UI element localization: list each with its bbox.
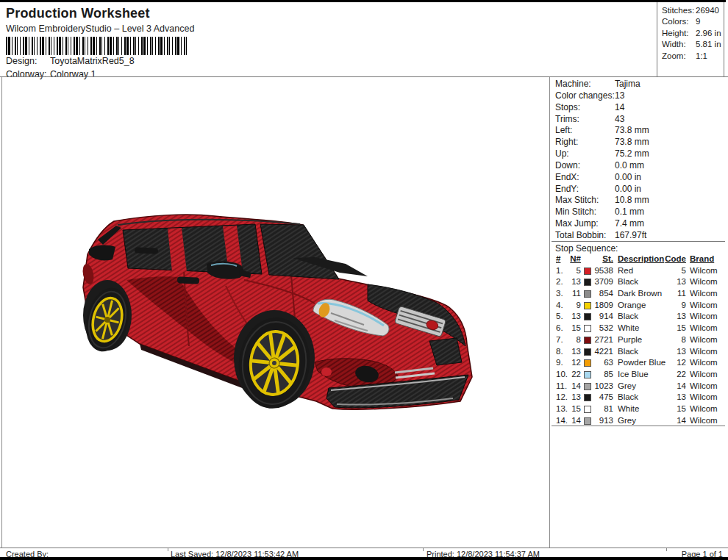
barcode [6, 37, 188, 55]
needle-number: 9 [568, 300, 581, 312]
row-number: 4. [556, 300, 563, 312]
row-number: 14. [556, 415, 568, 427]
stitch-count: 913 [593, 415, 613, 427]
machine-info-value: 13 [615, 90, 624, 102]
needle-number: 14 [568, 415, 581, 427]
machine-info-label: Color changes: [555, 90, 615, 102]
machine-info-value: 43 [615, 114, 624, 126]
machine-info-value: 0.00 in [615, 172, 641, 184]
col-header-brand: Brand [690, 254, 714, 265]
machine-info-row: Max Stitch: 10.8 mm [552, 195, 725, 207]
stitch-count: 854 [593, 288, 613, 300]
summary-row: Zoom: 1:1 [662, 51, 724, 62]
needle-number: 13 [568, 346, 581, 358]
thread-brand: Wilcom [690, 276, 718, 288]
thread-color-swatch [584, 417, 591, 425]
thread-brand: Wilcom [690, 311, 718, 323]
summary-row: Stitches: 26940 [662, 6, 724, 17]
col-header-code: Code [659, 254, 686, 265]
design-preview-canvas [1, 77, 550, 548]
summary-value: 2.96 in [696, 29, 721, 40]
thread-code: 14 [659, 415, 686, 427]
summary-value: 5.81 in [696, 40, 721, 51]
machine-info-label: Stops: [555, 102, 615, 114]
thread-description: Black [618, 311, 638, 323]
design-label: Design: [6, 56, 50, 66]
summary-label: Height: [662, 29, 696, 40]
row-number: 3. [556, 288, 563, 300]
thread-description: Dark Brown [618, 288, 662, 300]
needle-number: 13 [568, 276, 581, 288]
thread-description: Black [618, 276, 638, 288]
machine-info-label: Left: [555, 125, 615, 137]
page-title: Production Worksheet [6, 6, 150, 21]
header: Production Worksheet Wilcom EmbroiderySt… [0, 2, 657, 76]
machine-info-row: Min Stitch: 0.1 mm [552, 207, 725, 218]
thread-code: 13 [659, 346, 686, 358]
col-header-st: St. [593, 254, 613, 265]
stitch-count: 1023 [593, 381, 613, 392]
thread-brand: Wilcom [690, 381, 718, 392]
summary-row: Height: 2.96 in [662, 29, 724, 40]
thread-code: 8 [659, 334, 686, 346]
machine-info-value: 167.97ft [615, 230, 646, 242]
thread-code: 22 [659, 369, 686, 381]
machine-info-value: 73.8 mm [615, 125, 649, 137]
row-number: 5. [556, 311, 563, 323]
machine-info-value: 0.1 mm [615, 207, 644, 218]
machine-info-row: EndY: 0.00 in [552, 184, 725, 195]
row-number: 6. [556, 323, 563, 334]
door-handle [177, 276, 199, 284]
summary-value: 1:1 [696, 51, 707, 62]
thread-brand: Wilcom [690, 334, 718, 346]
divider [423, 548, 424, 551]
thread-brand: Wilcom [690, 323, 718, 334]
thread-brand: Wilcom [690, 288, 718, 300]
thread-color-swatch [584, 406, 591, 413]
needle-number: 15 [568, 323, 581, 334]
stitch-count: 3709 [593, 276, 613, 288]
stitch-count: 4221 [593, 346, 613, 358]
machine-info-row: Trims: 43 [552, 114, 725, 126]
footer: Created By: Last Saved: 12/8/2023 11:53:… [0, 548, 728, 560]
machine-info-label: Max Jump: [555, 218, 615, 230]
machine-info-value: 0.00 in [615, 184, 641, 195]
table-row: 7. 8 2721 Purple 8 Wilcom [552, 334, 725, 346]
thread-color-swatch [584, 394, 591, 401]
row-number: 11. [556, 381, 567, 392]
needle-number: 11 [568, 288, 581, 300]
row-number: 7. [556, 334, 563, 346]
machine-info-row: Stops: 14 [552, 102, 725, 114]
summary-row: Colors: 9 [662, 17, 724, 28]
machine-info-row: Max Jump: 7.4 mm [552, 218, 725, 230]
thread-brand: Wilcom [690, 300, 718, 312]
thread-color-swatch [584, 290, 591, 298]
thread-code: 14 [659, 381, 686, 392]
table-row: 5. 13 914 Black 13 Wilcom [552, 311, 725, 323]
machine-info-label: Total Bobbin: [555, 230, 615, 242]
machine-info-label: Trims: [555, 114, 615, 126]
needle-number: 13 [568, 311, 581, 323]
thread-code: 12 [659, 357, 686, 369]
summary-label: Colors: [662, 17, 696, 28]
machine-info-row: EndX: 0.00 in [552, 172, 725, 184]
thread-description: Ice Blue [618, 369, 649, 381]
divider [168, 548, 168, 551]
stitch-count: 475 [593, 392, 613, 403]
divider [552, 426, 725, 426]
row-number: 12. [556, 392, 568, 403]
thread-description: Black [618, 392, 638, 403]
machine-info-label: Down: [555, 160, 615, 172]
row-number: 9. [556, 357, 563, 369]
stitch-count: 81 [593, 403, 613, 415]
machine-info-value: 7.4 mm [615, 218, 644, 230]
thread-color-swatch [584, 383, 591, 390]
thread-description: Grey [618, 381, 636, 392]
thread-brand: Wilcom [690, 346, 718, 358]
summary-stats-box: Stitches: 26940 Colors: 9 Height: 2.96 i… [657, 2, 724, 76]
stitch-count: 9538 [593, 265, 613, 277]
stop-sequence-header-row: # N# St. Description Code Brand [552, 254, 725, 265]
machine-info-row: Color changes: 13 [552, 90, 725, 102]
thread-color-swatch [584, 268, 591, 275]
table-row: 14. 14 913 Grey 14 Wilcom [552, 415, 725, 427]
